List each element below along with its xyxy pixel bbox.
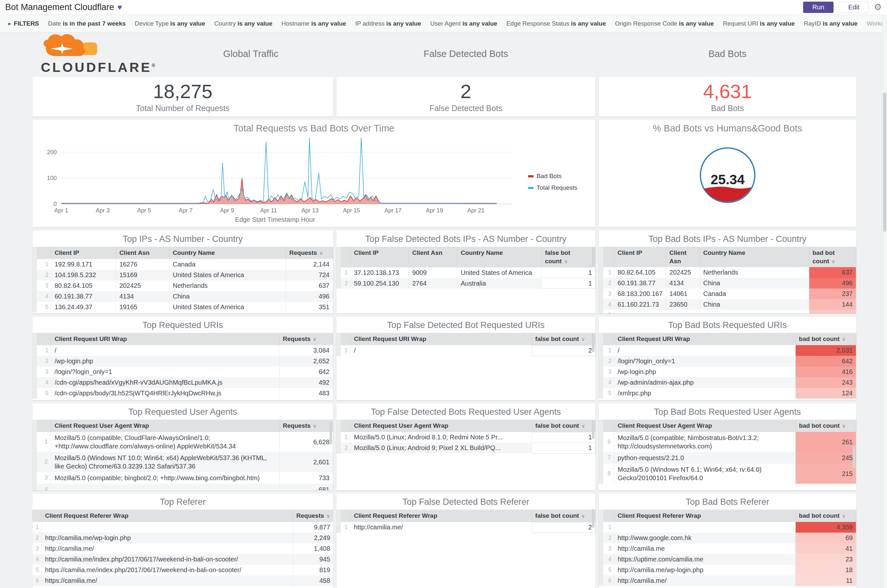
table-cell[interactable]: United States of America: [457, 267, 542, 278]
table-cell[interactable]: 2,249: [293, 532, 333, 543]
table-cell[interactable]: /login/?login_only=1: [614, 356, 796, 366]
table-cell[interactable]: 16276: [116, 259, 170, 270]
table-cell[interactable]: 69: [796, 532, 856, 543]
column-header[interactable]: Country Name: [457, 247, 542, 267]
table-cell[interactable]: 245: [796, 452, 856, 464]
sort-caret-icon[interactable]: ∨: [831, 259, 836, 264]
column-header[interactable]: false bot count∨: [532, 333, 595, 345]
table-cell[interactable]: Mozilla/5.0 (Windows NT 6.1; Win64; x64;…: [614, 464, 796, 484]
table-cell[interactable]: 23: [796, 554, 856, 565]
table-cell[interactable]: 4134: [116, 291, 170, 302]
column-header[interactable]: Requests∨: [280, 333, 333, 345]
table-cell[interactable]: 19165: [116, 302, 170, 312]
table-cell[interactable]: 243: [796, 377, 856, 388]
table-cell[interactable]: 2,652: [280, 356, 333, 366]
column-header[interactable]: false bot count∨: [532, 420, 595, 432]
table-cell[interactable]: /wp-login.php: [614, 366, 796, 377]
table-cell[interactable]: http://camilia.me/: [42, 543, 293, 554]
table-cell[interactable]: 642: [280, 366, 333, 377]
filter-chip[interactable]: Edge Response Status is any value: [507, 20, 606, 27]
column-header[interactable]: Client Asn: [409, 247, 457, 267]
table-cell[interactable]: 261: [796, 432, 856, 452]
filter-chip[interactable]: Request URI is any value: [723, 20, 795, 27]
table-cell[interactable]: /: [350, 345, 532, 356]
table-cell[interactable]: 9009: [409, 267, 457, 278]
page-scrollbar[interactable]: [882, 15, 887, 588]
table-cell[interactable]: Canada: [700, 288, 809, 299]
table-cell[interactable]: 6,628: [280, 432, 333, 452]
table-cell[interactable]: 136.24.49.37: [51, 302, 116, 312]
table-cell[interactable]: 80.82.64.105: [51, 280, 116, 291]
table-cell[interactable]: http://camilia.me/wp-login.php: [42, 532, 293, 543]
sort-caret-icon[interactable]: ∨: [842, 513, 846, 519]
sort-caret-icon[interactable]: ∨: [313, 336, 317, 342]
sort-caret-icon[interactable]: ∨: [581, 336, 585, 342]
table-cell[interactable]: [700, 310, 809, 314]
column-header[interactable]: bad bot count∨: [796, 333, 856, 345]
column-header[interactable]: Client IP: [51, 247, 116, 259]
filter-chip[interactable]: IP address is any value: [355, 20, 421, 27]
table-cell[interactable]: http://camilia.me: [614, 543, 796, 554]
table-cell[interactable]: 18: [796, 565, 856, 575]
filters-toggle[interactable]: ▸ FILTERS: [8, 20, 39, 27]
legend-item[interactable]: Total Requests: [528, 184, 577, 191]
table-cell[interactable]: Netherlands: [170, 280, 286, 291]
table-cell[interactable]: 637: [809, 267, 856, 278]
column-header[interactable]: Client Request Referer Wrap: [350, 510, 532, 522]
table-cell[interactable]: /login/?login_only=1: [51, 366, 280, 377]
table-cell[interactable]: [51, 484, 280, 490]
tile-scrollbar[interactable]: [592, 509, 594, 528]
table-cell[interactable]: Mozilla/5.0 (Linux; Android 9; Pixel 2 X…: [350, 442, 532, 453]
table-cell[interactable]: https://camilia.me/: [42, 575, 293, 586]
table-cell[interactable]: 1: [532, 442, 595, 453]
table-cell[interactable]: /: [614, 345, 796, 356]
table-cell[interactable]: http://camilia.me/index.php/2017/05/14/h…: [42, 586, 293, 588]
filter-chip[interactable]: Country is any value: [214, 20, 272, 27]
sort-caret-icon[interactable]: ∨: [564, 259, 568, 264]
table-cell[interactable]: 202425: [666, 267, 700, 278]
tile-scrollbar[interactable]: [329, 422, 332, 444]
table-cell[interactable]: 104.198.5.232: [51, 270, 116, 280]
table-cell[interactable]: /: [51, 345, 280, 356]
filter-chip[interactable]: Origin Response Code is any value: [615, 20, 714, 27]
table-cell[interactable]: python-requests/2.21.0: [614, 452, 796, 464]
column-header[interactable]: Client Request User Agent Wrap: [614, 420, 796, 432]
table-cell[interactable]: 492: [280, 377, 333, 388]
sort-caret-icon[interactable]: ∨: [581, 513, 585, 519]
table-cell[interactable]: 61.160.221.73: [614, 299, 666, 310]
gear-icon[interactable]: ⚙: [874, 3, 882, 12]
table-cell[interactable]: 60.191.38.77: [51, 291, 116, 302]
table-cell[interactable]: 496: [809, 278, 856, 288]
column-header[interactable]: bad bot count∨: [809, 247, 856, 267]
table-cell[interactable]: 1,408: [293, 543, 333, 554]
column-header[interactable]: Client IP: [614, 247, 666, 267]
filter-chip[interactable]: User Agent is any value: [430, 20, 497, 27]
sort-caret-icon[interactable]: ∨: [313, 423, 317, 429]
column-header[interactable]: Client Request URI Wrap: [614, 333, 796, 345]
table-cell[interactable]: 733: [280, 472, 333, 484]
legend-item[interactable]: Bad Bots: [528, 172, 577, 180]
table-cell[interactable]: http://camilia.me/: [350, 522, 532, 532]
sort-caret-icon[interactable]: ∨: [842, 336, 846, 342]
table-cell[interactable]: 416: [796, 366, 856, 377]
table-cell[interactable]: United States of America: [170, 270, 286, 280]
table-cell[interactable]: Mozilla/5.0 (Linux; Android 8.1.0; Redmi…: [350, 432, 532, 442]
table-cell[interactable]: 4,359: [796, 522, 856, 532]
table-cell[interactable]: /cdn-cgi/apps/body/3Lh52SjWTQ4HRlErJykHq…: [51, 388, 280, 399]
table-cell[interactable]: 202425: [116, 280, 170, 291]
table-cell[interactable]: 144: [809, 299, 856, 310]
line-chart[interactable]: 0100200Apr 1Apr 3Apr 5Apr 7Apr 9Apr 11Ap…: [39, 134, 589, 215]
table-cell[interactable]: 3,084: [280, 345, 333, 356]
table-cell[interactable]: https://camilia.me/index.php/2017/06/17/…: [42, 565, 293, 575]
kpi-value[interactable]: 4,631: [599, 81, 856, 102]
table-cell[interactable]: 496: [286, 291, 333, 302]
table-cell[interactable]: http://camilia.me/: [614, 575, 796, 586]
table-cell[interactable]: 945: [293, 554, 333, 565]
table-cell[interactable]: 724: [286, 270, 333, 280]
table-cell[interactable]: http://camilia.me/index.php/2017/06/17/w…: [42, 554, 293, 565]
table-cell[interactable]: 80.82.64.105: [614, 267, 666, 278]
sort-caret-icon[interactable]: ∨: [326, 513, 330, 519]
table-cell[interactable]: 14061: [666, 288, 700, 299]
column-header[interactable]: Client Request Referer Wrap: [42, 510, 293, 522]
tile-scrollbar[interactable]: [592, 420, 594, 439]
